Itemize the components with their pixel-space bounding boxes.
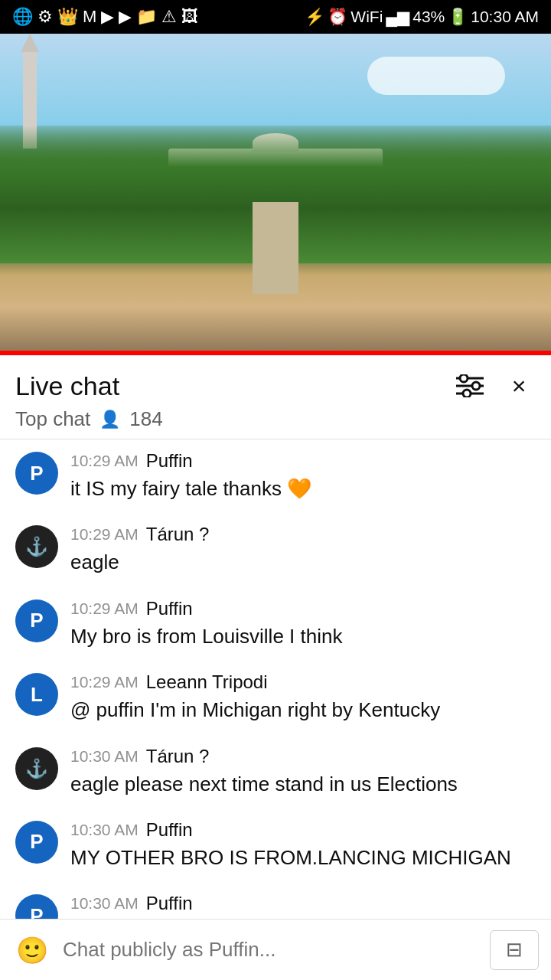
message-time: 10:29 AM bbox=[70, 525, 139, 544]
message-text: it IS my fairy tale thanks 🧡 bbox=[70, 475, 536, 502]
message-time: 10:29 AM bbox=[70, 452, 139, 470]
youtube-icon1: ▶ bbox=[101, 7, 114, 27]
message-meta: 10:30 AM Puffin bbox=[70, 819, 536, 841]
youtube-icon2: ▶ bbox=[119, 7, 132, 27]
message-time: 10:30 AM bbox=[70, 821, 139, 839]
message-meta: 10:30 AM Puffin bbox=[70, 893, 536, 914]
viewer-icon: 👤 bbox=[99, 410, 120, 430]
alarm-icon: ⏰ bbox=[328, 8, 347, 26]
close-button[interactable]: × bbox=[502, 369, 536, 403]
viewer-count: 184 bbox=[129, 407, 162, 431]
message-content: 10:30 AM Tárun ? eagle please next time … bbox=[70, 746, 536, 798]
video-path bbox=[253, 202, 298, 294]
table-row: ⚓ 10:30 AM Tárun ? eagle please next tim… bbox=[0, 735, 551, 808]
emoji-icon: 🙂 bbox=[16, 935, 48, 965]
message-text: MY OTHER BRO IS FROM.LANCING MICHIGAN bbox=[70, 844, 536, 871]
wifi-icon: WiFi bbox=[350, 8, 383, 26]
close-icon: × bbox=[512, 372, 527, 400]
message-text: My bro is from Louisville I think bbox=[70, 622, 536, 650]
message-time: 10:29 AM bbox=[70, 599, 139, 618]
battery-percent: 43% bbox=[412, 8, 445, 26]
filter-button[interactable] bbox=[453, 369, 487, 403]
image-icon: 🖼 bbox=[181, 7, 198, 27]
message-author: Puffin bbox=[146, 598, 193, 619]
avatar: ⚓ bbox=[15, 525, 58, 568]
pokemon-go-icon: 🌐 bbox=[12, 7, 33, 27]
status-right: ⚡ ⏰ WiFi ▄▆ 43% 🔋 10:30 AM bbox=[305, 8, 539, 26]
live-chat-title: Live chat bbox=[15, 371, 119, 401]
message-time: 10:30 AM bbox=[70, 747, 139, 766]
bluetooth-icon: ⚡ bbox=[305, 8, 324, 26]
message-author: Tárun ? bbox=[146, 524, 210, 545]
live-chat-panel: Live chat × Top chat bbox=[0, 355, 551, 980]
chat-messages: P 10:29 AM Puffin it IS my fairy tale th… bbox=[0, 439, 551, 980]
video-player[interactable] bbox=[0, 34, 551, 355]
avatar: P bbox=[15, 452, 58, 495]
message-text: @ puffin I'm in Michigan right by Kentuc… bbox=[70, 696, 536, 724]
message-author: Leeann Tripodi bbox=[146, 671, 268, 693]
avatar: L bbox=[15, 673, 58, 716]
top-chat-label[interactable]: Top chat bbox=[15, 407, 90, 431]
send-icon: ⊟ bbox=[506, 938, 523, 962]
mastodon-icon: M bbox=[83, 7, 96, 27]
message-text: eagle please next time stand in us Elect… bbox=[70, 770, 536, 798]
avatar: ⚓ bbox=[15, 747, 58, 790]
message-content: 10:30 AM Puffin MY OTHER BRO IS FROM.LAN… bbox=[70, 819, 536, 871]
pokeball-icon: ⚙ bbox=[37, 7, 53, 27]
status-bar: 🌐 ⚙ 👑 M ▶ ▶ 📁 ⚠ 🖼 ⚡ ⏰ WiFi ▄▆ 43% 🔋 10:3… bbox=[0, 0, 551, 34]
message-meta: 10:30 AM Tárun ? bbox=[70, 746, 536, 767]
message-time: 10:29 AM bbox=[70, 673, 139, 691]
crown-icon: 👑 bbox=[57, 7, 78, 27]
file-icon: 📁 bbox=[136, 7, 157, 27]
message-meta: 10:29 AM Puffin bbox=[70, 598, 536, 619]
table-row: P 10:29 AM Puffin My bro is from Louisvi… bbox=[0, 587, 551, 661]
avatar: P bbox=[15, 599, 58, 642]
send-button[interactable]: ⊟ bbox=[490, 930, 539, 970]
message-meta: 10:29 AM Leeann Tripodi bbox=[70, 671, 536, 693]
status-left: 🌐 ⚙ 👑 M ▶ ▶ 📁 ⚠ 🖼 bbox=[12, 7, 198, 27]
message-time: 10:30 AM bbox=[70, 894, 139, 913]
live-chat-header: Live chat × Top chat bbox=[0, 355, 551, 439]
anchor-icon: ⚓ bbox=[25, 536, 48, 557]
video-progress-bar[interactable] bbox=[0, 351, 551, 355]
message-meta: 10:29 AM Tárun ? bbox=[70, 524, 536, 545]
message-author: Tárun ? bbox=[146, 746, 210, 767]
table-row: ⚓ 10:29 AM Tárun ? eagle bbox=[0, 513, 551, 586]
message-author: Puffin bbox=[146, 819, 193, 841]
warning-icon: ⚠ bbox=[161, 7, 177, 27]
chat-input-bar: 🙂 ⊟ bbox=[0, 919, 551, 980]
time-display: 10:30 AM bbox=[471, 8, 539, 26]
message-author: Puffin bbox=[146, 450, 193, 472]
message-author: Puffin bbox=[146, 893, 193, 914]
sliders-icon bbox=[456, 374, 484, 397]
message-content: 10:29 AM Leeann Tripodi @ puffin I'm in … bbox=[70, 671, 536, 724]
message-content: 10:29 AM Puffin My bro is from Louisvill… bbox=[70, 598, 536, 650]
svg-point-3 bbox=[460, 374, 468, 382]
table-row: L 10:29 AM Leeann Tripodi @ puffin I'm i… bbox=[0, 661, 551, 734]
battery-icon: 🔋 bbox=[448, 8, 468, 26]
signal-icon: ▄▆ bbox=[386, 8, 409, 26]
anchor-icon: ⚓ bbox=[25, 758, 48, 779]
message-text: eagle bbox=[70, 548, 536, 576]
header-icons: × bbox=[453, 369, 536, 403]
avatar: P bbox=[15, 821, 58, 864]
video-clouds bbox=[367, 57, 505, 95]
svg-point-5 bbox=[463, 390, 471, 397]
message-content: 10:29 AM Puffin it IS my fairy tale than… bbox=[70, 450, 536, 502]
message-meta: 10:29 AM Puffin bbox=[70, 450, 536, 472]
message-content: 10:29 AM Tárun ? eagle bbox=[70, 524, 536, 576]
table-row: P 10:30 AM Puffin MY OTHER BRO IS FROM.L… bbox=[0, 808, 551, 882]
svg-point-4 bbox=[472, 382, 480, 390]
chat-input[interactable] bbox=[63, 930, 479, 970]
table-row: P 10:29 AM Puffin it IS my fairy tale th… bbox=[0, 439, 551, 513]
emoji-button[interactable]: 🙂 bbox=[12, 930, 52, 970]
